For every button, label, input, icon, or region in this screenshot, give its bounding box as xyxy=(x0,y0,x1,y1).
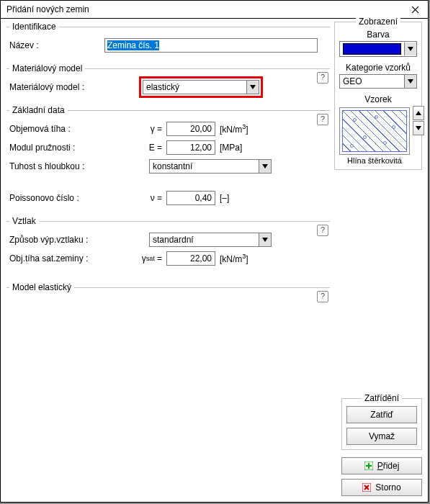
pattern-category-value: GEO xyxy=(340,76,404,86)
uplift-method-label: Způsob výp.vztlaku : xyxy=(9,235,139,245)
name-input-selected-text: Zemina čís. 1 xyxy=(107,40,159,50)
uplift-method-select[interactable]: standardní xyxy=(149,233,272,247)
poisson-unit: [–] xyxy=(220,193,229,203)
pattern-prev-button[interactable] xyxy=(413,106,424,120)
help-material-model[interactable]: ? xyxy=(317,72,328,84)
color-swatch xyxy=(343,43,401,55)
left-panel: Identifikace Název : Zemina čís. 1 Mater… xyxy=(1,19,334,502)
legend-basic-data: Základní data xyxy=(9,105,68,115)
chevron-down-icon xyxy=(259,160,271,173)
material-model-select[interactable]: elastický xyxy=(143,80,259,94)
e-modulus-input[interactable] xyxy=(166,140,215,155)
stiffness-depth-value: konstantní xyxy=(150,161,259,171)
group-material-model: Materiálový model ? Materiálový model : … xyxy=(6,63,330,102)
material-model-highlight: elastický xyxy=(139,76,263,98)
legend-classification: Zatřídění xyxy=(362,393,402,403)
add-button-hotkey: P xyxy=(377,461,383,471)
poisson-label: Poissonovo číslo : xyxy=(9,193,104,203)
classify-button[interactable]: Zatřiď xyxy=(346,406,417,423)
close-button[interactable] xyxy=(402,1,428,18)
chevron-down-icon xyxy=(259,233,271,246)
group-classification: Zatřídění Zatřiď Vymaž xyxy=(341,398,422,450)
group-display: Zobrazení Barva Kategorie vzorků GEO Vzo… xyxy=(334,22,422,170)
cancel-icon xyxy=(362,483,371,492)
name-label: Název : xyxy=(9,40,104,50)
help-uplift[interactable]: ? xyxy=(317,225,328,236)
stiffness-depth-select[interactable]: konstantní xyxy=(149,159,272,174)
pattern-preview[interactable] xyxy=(339,107,410,155)
pattern-caption: Hlína štěrkovitá xyxy=(339,156,410,165)
chevron-down-icon xyxy=(246,81,259,94)
plus-icon xyxy=(364,462,373,470)
poisson-input[interactable] xyxy=(166,191,215,205)
legend-display: Zobrazení xyxy=(356,17,400,27)
unit-weight-symbol: γ = xyxy=(104,124,166,134)
sat-weight-symbol: γsat = xyxy=(104,253,166,264)
stiffness-depth-label: Tuhost s hloubkou : xyxy=(9,161,139,171)
add-button[interactable]: Přidej xyxy=(341,457,422,474)
uplift-method-value: standardní xyxy=(150,235,259,245)
group-uplift: Vztlak ? Způsob výp.vztlaku : standardní… xyxy=(6,216,330,274)
pattern-label: Vzorek xyxy=(339,94,417,104)
close-icon xyxy=(411,6,419,14)
help-elastic-model[interactable]: ? xyxy=(317,291,328,302)
help-basic-data[interactable]: ? xyxy=(317,114,328,125)
legend-material-model: Materiálový model xyxy=(9,63,85,73)
group-elastic-model: Model elastický ? xyxy=(6,282,330,315)
group-basic-data: Základní data ? Objemová tíha : γ = [kN/… xyxy=(6,105,330,213)
window-title: Přidání nových zemin xyxy=(6,4,89,14)
unit-weight-unit: [kN/m3] xyxy=(220,123,248,135)
sat-weight-unit: [kN/m3] xyxy=(220,253,248,264)
color-select[interactable] xyxy=(339,41,417,57)
group-identification: Identifikace Název : Zemina čís. 1 xyxy=(6,22,330,60)
legend-elastic-model: Model elastický xyxy=(9,282,74,292)
material-model-value: elastický xyxy=(143,82,246,92)
unit-weight-label: Objemová tíha : xyxy=(9,124,104,134)
dialog-window: Přidání nových zemin Identifikace Název … xyxy=(0,0,429,503)
pattern-category-select[interactable]: GEO xyxy=(339,74,417,89)
clear-button[interactable]: Vymaž xyxy=(346,428,417,445)
unit-weight-input[interactable] xyxy=(166,122,215,136)
e-modulus-symbol: E = xyxy=(104,143,166,153)
chevron-down-icon xyxy=(404,42,416,55)
sat-weight-label: Obj.tíha sat.zeminy : xyxy=(9,253,104,264)
pattern-category-label: Kategorie vzorků xyxy=(339,63,417,73)
poisson-symbol: ν = xyxy=(104,193,166,203)
chevron-down-icon xyxy=(404,75,416,88)
e-modulus-unit: [MPa] xyxy=(220,143,242,153)
legend-identification: Identifikace xyxy=(9,22,59,32)
material-model-label: Materiálový model : xyxy=(9,82,139,92)
pattern-next-button[interactable] xyxy=(413,121,424,135)
cancel-button[interactable]: Storno xyxy=(341,479,422,496)
cancel-button-label: Storno xyxy=(375,482,400,492)
legend-uplift: Vztlak xyxy=(9,216,39,226)
add-button-rest: řidej xyxy=(383,461,400,471)
sat-weight-input[interactable] xyxy=(166,251,215,266)
e-modulus-label: Modul pružnosti : xyxy=(9,143,104,153)
color-label: Barva xyxy=(339,30,417,40)
bottom-right-panel: Zatřídění Zatřiď Vymaž Přidej Storno xyxy=(341,398,422,496)
